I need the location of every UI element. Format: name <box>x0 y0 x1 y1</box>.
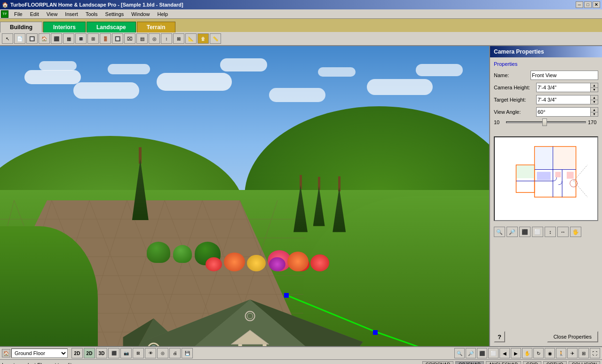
mini-map[interactable] <box>494 136 598 221</box>
menu-file[interactable]: File <box>10 10 26 18</box>
close-properties-button[interactable]: Close Properties <box>547 331 598 342</box>
perspective-toggle[interactable]: ⬛ <box>108 348 119 358</box>
cloud-6 <box>220 58 267 71</box>
collision-indicator[interactable]: COLLISION <box>569 361 600 364</box>
anglesnap-indicator[interactable]: ANGLESNAP <box>486 361 521 364</box>
name-label: Name: <box>494 72 531 78</box>
fly-btn[interactable]: ✈ <box>567 348 578 358</box>
tool-12[interactable]: ▤ <box>136 33 148 44</box>
cloud-5 <box>157 73 232 91</box>
tab-bar: Building Interiors Landscape Terrain <box>0 19 602 32</box>
svg-rect-85 <box>516 166 534 178</box>
next-view-btn[interactable]: ▶ <box>511 348 521 358</box>
name-input[interactable] <box>531 71 598 80</box>
tab-landscape[interactable]: Landscape <box>87 22 136 32</box>
zoom-in-map[interactable]: 🔍 <box>494 227 505 237</box>
tab-terrain[interactable]: Terrain <box>137 22 175 32</box>
2d-view-1[interactable]: 2D <box>71 348 83 358</box>
tool-6[interactable]: ▦ <box>63 33 74 44</box>
tab-building[interactable]: Building <box>0 22 42 32</box>
actual-size-map[interactable]: ⬜ <box>532 227 543 237</box>
zoom-fit-btn[interactable]: ⬛ <box>477 348 487 358</box>
spinner-down[interactable]: ▼ <box>591 88 598 92</box>
close-button[interactable]: ✕ <box>593 1 600 8</box>
minimize-button[interactable]: ─ <box>576 1 583 8</box>
gridsnap-indicator[interactable]: GRIDSNAP <box>422 361 453 364</box>
angle-spinner-up[interactable]: ▲ <box>591 108 598 112</box>
walk-btn[interactable]: 🚶 <box>556 348 566 358</box>
eye-toggle[interactable]: 👁 <box>145 348 156 358</box>
zoom-in-btn[interactable]: 🔍 <box>454 348 465 358</box>
menu-insert[interactable]: Insert <box>61 10 82 18</box>
orbit-btn[interactable]: ↻ <box>533 348 544 358</box>
grid-indicator[interactable]: GRID <box>523 361 541 364</box>
objsnap-indicator[interactable]: OBJSNAP <box>455 361 484 364</box>
target-height-row: Target Height: 7'-4 3/4" ▲ ▼ <box>494 95 598 104</box>
prev-view-btn[interactable]: ◀ <box>499 348 510 358</box>
reset-view-btn[interactable]: ⊞ <box>578 348 589 358</box>
menu-edit[interactable]: Edit <box>26 10 43 18</box>
tool-18[interactable]: 📏 <box>210 33 221 44</box>
tool-2[interactable]: 📄 <box>14 33 25 44</box>
view-angle-spinner[interactable]: ▲ ▼ <box>591 107 598 117</box>
zoom-out-btn[interactable]: 🔎 <box>466 348 476 358</box>
menu-window[interactable]: Window <box>127 10 153 18</box>
angle-slider-thumb[interactable] <box>542 119 547 126</box>
tool-8[interactable]: ⊞ <box>87 33 99 44</box>
menu-settings[interactable]: Settings <box>102 10 128 18</box>
pan-horizontal-map[interactable]: ↔ <box>557 227 569 237</box>
maximize-button[interactable]: □ <box>584 1 592 8</box>
menu-tools[interactable]: Tools <box>82 10 102 18</box>
map-toolbar: 🔍 🔎 ⬛ ⬜ ↕ ↔ 🖐 <box>490 225 602 239</box>
3d-viewport[interactable] <box>0 46 489 346</box>
pan-btn[interactable]: ✋ <box>522 348 532 358</box>
tool-10[interactable]: 🔲 <box>112 33 123 44</box>
floor-dropdown[interactable]: Ground Floor Second Floor Basement <box>11 348 68 358</box>
main-area: Camera Properties Properties Name: Camer… <box>0 46 602 346</box>
pan-map[interactable]: 🖐 <box>570 227 581 237</box>
tool-15[interactable]: ⊠ <box>173 33 184 44</box>
tool-9[interactable]: 🚪 <box>100 33 111 44</box>
angle-slider-track[interactable] <box>506 121 586 123</box>
camera-height-row: Camera Height: 7'-4 3/4" ▲ ▼ <box>494 83 598 92</box>
angle-spinner-down[interactable]: ▼ <box>591 112 598 117</box>
tool-7[interactable]: 🔳 <box>75 33 87 44</box>
fit-map[interactable]: ⬛ <box>519 227 531 237</box>
wire-toggle[interactable]: ⊠ <box>133 348 144 358</box>
tool-16[interactable]: 📐 <box>185 33 197 44</box>
menu-help[interactable]: Help <box>153 10 172 18</box>
fullscreen-btn[interactable]: ⛶ <box>590 348 600 358</box>
select-all[interactable]: ◎ <box>157 348 168 358</box>
pan-vertical-map[interactable]: ↕ <box>545 227 556 237</box>
tool-17[interactable]: 🗑 <box>198 33 209 44</box>
tool-5[interactable]: ⬛ <box>51 33 62 44</box>
target-height-value: 7'-4 3/4" <box>536 95 591 104</box>
zoom-out-map[interactable]: 🔎 <box>507 227 518 237</box>
target-spinner-down[interactable]: ▼ <box>591 100 598 104</box>
target-height-spinner[interactable]: ▲ ▼ <box>591 95 598 104</box>
tool-11[interactable]: ⌧ <box>124 33 135 44</box>
save-view[interactable]: 💾 <box>182 348 193 358</box>
print-view[interactable]: 🖨 <box>169 348 181 358</box>
right-panel: Camera Properties Properties Name: Camer… <box>489 46 602 346</box>
tool-14[interactable]: ↕ <box>161 33 172 44</box>
render-toggle[interactable]: 📷 <box>120 348 132 358</box>
tab-interiors[interactable]: Interiors <box>43 22 86 32</box>
floor-icon: 🏠 <box>2 349 10 357</box>
properties-link[interactable]: Properties <box>494 61 598 67</box>
look-around-btn[interactable]: ◉ <box>545 348 555 358</box>
help-button[interactable]: ? <box>494 331 505 342</box>
menu-view[interactable]: View <box>43 10 62 18</box>
camera-height-spinner[interactable]: ▲ ▼ <box>591 83 598 92</box>
3d-view[interactable]: 3D <box>96 348 107 358</box>
2d-view-2[interactable]: 2D <box>84 348 95 358</box>
tool-4[interactable]: 🏠 <box>39 33 50 44</box>
spinner-up[interactable]: ▲ <box>591 83 598 88</box>
zoom-window-btn[interactable]: ⬜ <box>488 348 499 358</box>
ortho-indicator[interactable]: ORTHO <box>543 361 567 364</box>
select-tool[interactable]: ↖ <box>2 33 13 44</box>
target-spinner-up[interactable]: ▲ <box>591 95 598 100</box>
tool-13[interactable]: ◎ <box>149 33 160 44</box>
cloud-2 <box>39 61 77 71</box>
tool-3[interactable]: 🔲 <box>26 33 38 44</box>
